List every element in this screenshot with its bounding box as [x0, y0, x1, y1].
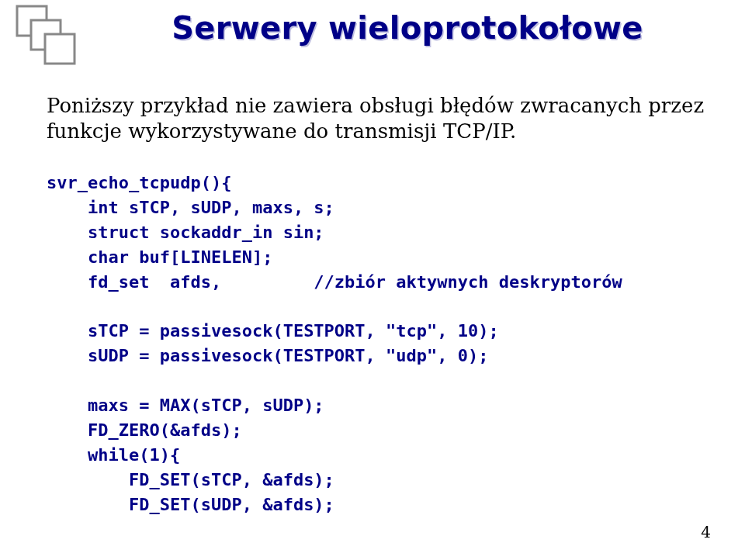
- svg-rect-2: [45, 34, 74, 64]
- page-number: 4: [701, 523, 711, 541]
- code-block: svr_echo_tcpudp(){ int sTCP, sUDP, maxs,…: [47, 171, 722, 517]
- slide-content: Serwery wieloprotokołowe Poniższy przykł…: [0, 0, 745, 560]
- slide-title: Serwery wieloprotokołowe: [93, 10, 722, 46]
- overlapping-squares-icon: [11, 0, 81, 73]
- intro-paragraph: Poniższy przykład nie zawiera obsługi bł…: [47, 93, 722, 143]
